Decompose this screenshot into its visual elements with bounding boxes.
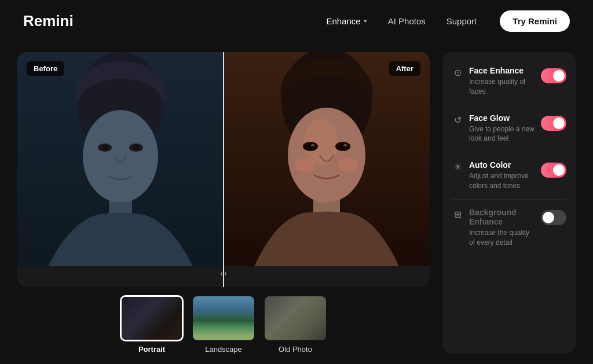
auto-color-knob [553,164,565,176]
feature-bg-enhance-text: Background Enhance Increase the quality … [469,208,535,248]
nav-enhance-label: Enhance [326,16,360,26]
face-glow-icon: ↺ [452,115,463,126]
face-enhance-desc: Increase quality of faces [469,77,535,97]
nav-ai-photos-label: AI Photos [388,16,426,26]
svg-point-16 [343,144,347,146]
svg-point-17 [295,158,316,172]
feature-auto-color-text: Auto Color Adjust and improve colors and… [469,160,535,191]
svg-point-6 [133,145,139,150]
oldphoto-preview [265,296,326,340]
face-glow-toggle[interactable] [541,116,566,131]
thumbnail-oldphoto-label: Old Photo [279,345,312,354]
auto-color-desc: Adjust and improve colors and tones [469,171,535,191]
face-enhance-knob [553,70,565,82]
auto-color-title: Auto Color [469,160,535,170]
face-enhance-toggle[interactable] [541,68,566,83]
comparison-arrows[interactable]: ‹ › [220,269,226,278]
before-image [17,52,224,266]
thumbnail-landscape[interactable]: Landscape [192,295,255,354]
main-content: Before After [0,42,593,364]
thumbnail-oldphoto[interactable]: Old Photo [263,295,327,354]
feature-face-glow-text: Face Glow Give to people a new look and … [469,113,535,144]
face-glow-knob [553,117,565,129]
bg-enhance-switch[interactable] [541,210,566,225]
feature-face-glow: ↺ Face Glow Give to people a new look an… [452,105,566,153]
arrow-left-icon: ‹ [220,269,223,278]
auto-color-toggle[interactable] [541,163,566,178]
nav-support-label: Support [446,16,477,26]
face-enhance-icon: ⊙ [452,67,463,78]
feature-auto-color: ✳ Auto Color Adjust and improve colors a… [452,152,566,200]
bg-enhance-icon: ⊞ [452,209,463,220]
thumbnail-portrait-label: Portrait [138,345,165,354]
comparison-container[interactable]: Before After [17,52,430,287]
svg-point-18 [338,158,358,172]
auto-color-switch[interactable] [541,163,566,178]
feature-bg-enhance: ⊞ Background Enhance Increase the qualit… [452,200,566,256]
before-label: Before [27,61,64,76]
face-after-svg [224,52,430,266]
bg-enhance-toggle[interactable] [541,210,566,225]
arrow-right-icon: › [224,269,227,278]
bg-enhance-knob [543,212,554,223]
nav-enhance[interactable]: Enhance ▾ [326,16,367,26]
right-panel: ⊙ Face Enhance Increase quality of faces… [442,52,576,354]
logo: Remini [23,12,74,30]
face-glow-desc: Give to people a new look and feel [469,124,535,144]
thumbnail-portrait[interactable]: Portrait [120,295,184,354]
thumbnail-landscape-img [192,295,255,341]
face-before-svg [17,52,224,266]
after-image [224,52,430,266]
landscape-preview [193,296,254,340]
nav-ai-photos[interactable]: AI Photos [388,16,426,26]
thumbnail-landscape-label: Landscape [205,345,242,354]
auto-color-icon: ✳ [452,161,463,172]
portrait-preview [122,297,182,340]
comparison-divider[interactable] [223,52,224,287]
nav-support[interactable]: Support [446,16,477,26]
bg-enhance-title: Background Enhance [469,208,535,226]
thumbnail-portrait-img [120,295,184,341]
face-enhance-switch[interactable] [541,68,566,83]
svg-point-2 [83,110,158,203]
nav-links: Enhance ▾ AI Photos Support [326,16,477,26]
after-label: After [389,61,420,76]
thumbnail-oldphoto-img [263,295,327,341]
chevron-icon: ▾ [364,17,367,25]
face-glow-title: Face Glow [469,113,535,123]
navbar: Remini Enhance ▾ AI Photos Support Try R… [0,0,593,42]
svg-point-5 [102,145,108,150]
face-enhance-title: Face Enhance [469,66,535,75]
svg-point-15 [311,144,314,146]
bg-enhance-desc: Increase the quality of every detail [469,228,535,248]
thumbnails-row: Portrait Landscape Old Photo [17,295,430,354]
face-glow-switch[interactable] [541,116,566,131]
feature-face-enhance-text: Face Enhance Increase quality of faces [469,66,535,97]
try-remini-button[interactable]: Try Remini [500,10,570,32]
feature-face-enhance: ⊙ Face Enhance Increase quality of faces [452,58,566,105]
left-panel: Before After [17,52,430,354]
